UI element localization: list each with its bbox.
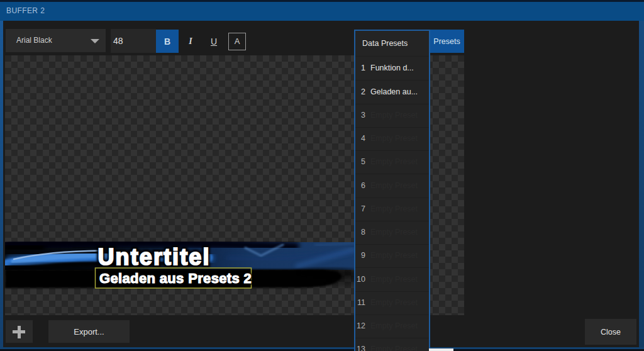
svg-text:Untertitel: Untertitel: [98, 244, 211, 270]
svg-text:Geladen aus Presets 2: Geladen aus Presets 2: [99, 270, 252, 286]
